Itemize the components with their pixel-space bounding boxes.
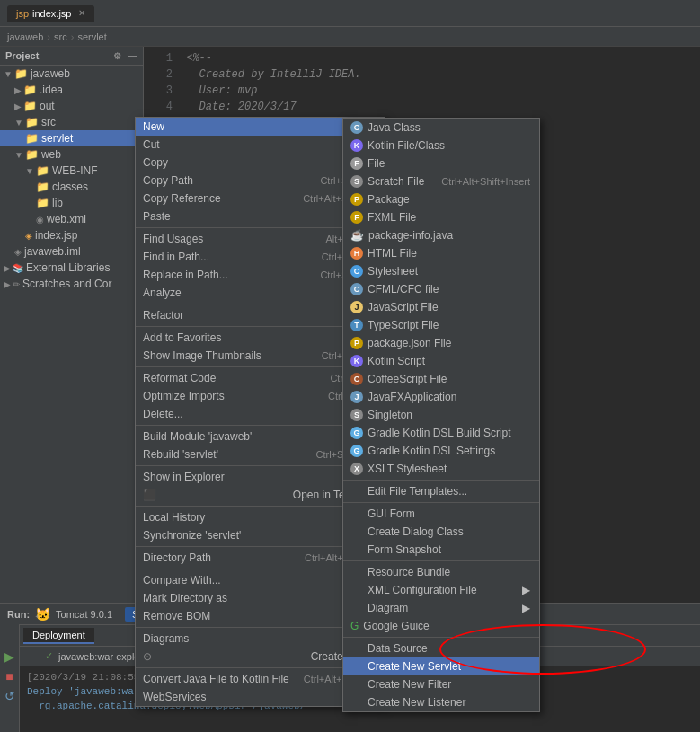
singleton-icon: S: [350, 409, 363, 421]
submenu-item-fxml[interactable]: F FXML File: [343, 208, 539, 226]
close-icon[interactable]: ✕: [78, 8, 85, 18]
tree-item-web[interactable]: ▼ 📁 web: [0, 146, 143, 163]
file-icon: F: [350, 157, 363, 170]
check-icon: ✓: [45, 650, 53, 662]
submenu-item-html[interactable]: H HTML File: [343, 244, 539, 262]
submenu-item-gui-form[interactable]: GUI Form: [343, 505, 539, 523]
submenu-item-dialog-class[interactable]: Create Dialog Class: [343, 523, 539, 541]
code-line-3: 3 User: mvp: [151, 83, 693, 99]
submenu-item-create-servlet[interactable]: Create New Servlet: [343, 657, 539, 675]
submenu-item-create-filter[interactable]: Create New Filter: [343, 675, 539, 693]
title-bar: jsp index.jsp ✕: [0, 0, 700, 27]
submenu-item-gradle-settings[interactable]: G Gradle Kotlin DSL Settings: [343, 442, 539, 460]
sidebar-minus-icon[interactable]: —: [128, 51, 137, 61]
submenu-label: XSLT Stylesheet: [368, 463, 447, 475]
submenu-item-gradle-build[interactable]: G Gradle Kotlin DSL Build Script: [343, 424, 539, 442]
submenu-label: File: [368, 157, 385, 170]
tree-item-idea[interactable]: ▶ 📁 .idea: [0, 82, 143, 98]
submenu-item-google-guice[interactable]: G Google Guice: [343, 617, 539, 635]
folder-icon: 📁: [23, 100, 37, 112]
submenu-label: Create New Listener: [350, 696, 465, 709]
submenu-label: package-info.java: [368, 229, 453, 242]
menu-item-label: Copy Path: [143, 174, 193, 187]
javafx-icon: J: [350, 391, 363, 403]
tree-label: index.jsp: [35, 229, 77, 242]
tree-item-servlet[interactable]: 📁 servlet: [0, 130, 143, 146]
expand-arrow: ▼: [14, 118, 23, 128]
menu-item-label: Delete...: [143, 408, 183, 420]
submenu-item-javascript[interactable]: J JavaScript File: [343, 298, 539, 316]
submenu-item-java-class[interactable]: C Java Class: [343, 119, 539, 137]
package-info-icon: ☕: [350, 229, 364, 242]
github-icon: ⊙: [143, 650, 152, 663]
tree-item-webinf[interactable]: ▼ 📁 WEB-INF: [0, 163, 143, 179]
submenu-item-stylesheet[interactable]: C Stylesheet: [343, 262, 539, 280]
submenu-item-kotlin-script[interactable]: K Kotlin Script: [343, 352, 539, 370]
submenu-item-package-info[interactable]: ☕ package-info.java: [343, 226, 539, 244]
menu-item-label: Remove BOM: [143, 610, 210, 622]
tree-item-javaweb[interactable]: ▼ 📁 javaweb: [0, 66, 143, 82]
submenu-item-singleton[interactable]: S Singleton: [343, 406, 539, 424]
submenu-item-edit-templates[interactable]: Edit File Templates...: [343, 482, 539, 500]
menu-item-label: Add to Favorites: [143, 331, 221, 344]
html-icon: H: [350, 247, 363, 260]
stop-button[interactable]: ■: [3, 669, 17, 683]
submenu-item-packagejson[interactable]: P package.json File: [343, 334, 539, 352]
tab-label: Deployment: [32, 630, 85, 640]
code-editor[interactable]: 1 <%-- 2 Created by IntelliJ IDEA. 3 Use…: [144, 47, 700, 119]
submenu-item-scratch[interactable]: S Scratch File Ctrl+Alt+Shift+Insert: [343, 172, 539, 190]
submenu-item-javafx[interactable]: J JavaFXApplication: [343, 388, 539, 406]
fxml-icon: F: [350, 211, 363, 224]
submenu-item-xml-config[interactable]: XML Configuration File ▶: [343, 581, 539, 599]
expand-arrow: ▼: [14, 150, 23, 160]
tree-item-webxml[interactable]: ◉ web.xml: [0, 211, 143, 227]
tree-item-scratches[interactable]: ▶ ✏ Scratches and Cor: [0, 276, 143, 292]
menu-item-label: Build Module 'javaweb': [143, 430, 252, 443]
submenu-item-data-source[interactable]: Data Source: [343, 639, 539, 657]
sidebar-settings-icon[interactable]: ⚙: [113, 51, 121, 61]
submenu-item-resource-bundle[interactable]: Resource Bundle: [343, 563, 539, 581]
submenu-item-typescript[interactable]: T TypeScript File: [343, 316, 539, 334]
menu-item-label: Paste: [143, 210, 171, 223]
tree-label: javaweb: [31, 67, 70, 80]
submenu-item-create-listener[interactable]: Create New Listener: [343, 693, 539, 711]
tree-item-indexjsp[interactable]: ◈ index.jsp: [0, 227, 143, 243]
submenu-item-coffeescript[interactable]: C CoffeeScript File: [343, 370, 539, 388]
submenu-item-diagram[interactable]: Diagram ▶: [343, 599, 539, 617]
tab-index-jsp[interactable]: jsp index.jsp ✕: [7, 5, 94, 22]
deployment-tab[interactable]: Deployment: [23, 628, 94, 644]
breadcrumb-part-3: servlet: [77, 31, 106, 42]
tree-item-lib[interactable]: 📁 lib: [0, 195, 143, 211]
folder-icon: 📁: [25, 148, 39, 161]
menu-item-label: Show in Explorer: [143, 471, 225, 483]
xslt-icon: X: [350, 463, 363, 475]
expand-arrow: ▶: [4, 263, 11, 273]
submenu-label: Java Class: [368, 121, 421, 134]
submenu-label: Gradle Kotlin DSL Settings: [368, 445, 495, 457]
tree-item-out[interactable]: ▶ 📁 out: [0, 98, 143, 114]
submenu-label: CoffeeScript File: [368, 373, 447, 385]
menu-item-label: Local History: [143, 511, 205, 524]
submenu-item-cfml[interactable]: C CFML/CFC file: [343, 280, 539, 298]
tree-item-javawebiml[interactable]: ◈ javaweb.iml: [0, 243, 143, 260]
submenu-item-kotlin[interactable]: K Kotlin File/Class: [343, 137, 539, 154]
submenu-label: Data Source: [350, 642, 428, 655]
package-icon: P: [350, 193, 363, 206]
menu-item-label: Copy: [143, 156, 168, 169]
tree-item-src[interactable]: ▼ 📁 src: [0, 114, 143, 130]
submenu-new: C Java Class K Kotlin File/Class F File …: [342, 118, 540, 712]
submenu-item-form-snapshot[interactable]: Form Snapshot: [343, 541, 539, 559]
submenu-item-file[interactable]: F File: [343, 154, 539, 172]
gradle-build-icon: G: [350, 427, 363, 439]
tree-item-classes[interactable]: 📁 classes: [0, 179, 143, 195]
redeploy-button[interactable]: ↺: [3, 689, 17, 703]
submenu-item-xslt[interactable]: X XSLT Stylesheet: [343, 460, 539, 478]
menu-item-label: Optimize Imports: [143, 390, 225, 402]
menu-item-label: Compare With...: [143, 574, 221, 586]
submenu-item-package[interactable]: P Package: [343, 190, 539, 208]
tree-item-external-libs[interactable]: ▶ 📚 External Libraries: [0, 260, 143, 276]
restart-button[interactable]: ▶: [3, 649, 17, 664]
tree-label: out: [40, 100, 55, 112]
menu-item-label: Convert Java File to Kotlin File: [143, 673, 289, 685]
cfml-icon: C: [350, 283, 363, 295]
